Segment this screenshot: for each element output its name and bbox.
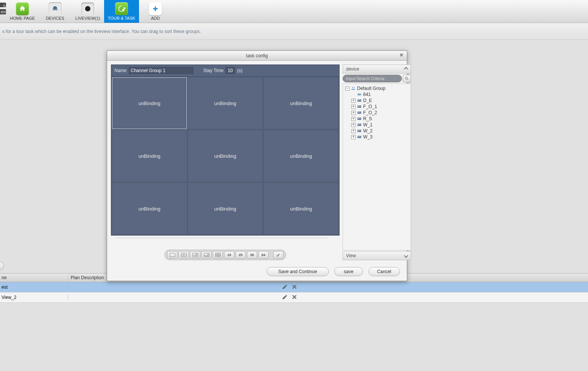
toolbar-liveview[interactable]: LIVEVIEW(1) [71, 0, 104, 23]
panel-collapse-toggle[interactable] [0, 262, 4, 270]
dialog-titlebar[interactable]: task config ✕ [107, 51, 407, 61]
cell-operation [280, 294, 588, 301]
tree-folder[interactable]: +D_E [345, 97, 409, 104]
toolbar-label: HOME PAGE [10, 16, 35, 20]
name-input[interactable] [129, 67, 193, 74]
tree-label: W_2 [363, 128, 373, 134]
tree-label: R_S [363, 116, 372, 121]
save-button[interactable]: save [334, 267, 363, 276]
tree-folder[interactable]: +W_1 [345, 122, 409, 128]
layout-custom-button[interactable] [273, 251, 283, 259]
layout-4-button[interactable] [179, 251, 189, 259]
tree-folder[interactable]: +F_O_1 [345, 104, 409, 110]
toolbar-add[interactable]: ADD [139, 0, 172, 23]
tree-label: D_E [363, 98, 372, 103]
device-header-label: device [346, 66, 359, 72]
col-name[interactable]: ne [0, 275, 68, 280]
layout-16-button[interactable]: 16 [224, 251, 234, 259]
grid-cell[interactable]: unBinding [188, 77, 263, 129]
grid-cell[interactable]: unBinding [263, 77, 339, 129]
layout-8-button[interactable] [201, 251, 212, 259]
device-accordion-header[interactable]: device [343, 64, 411, 74]
device-tree[interactable]: − Default Group 841 +D_E+F_O_1+F_O_2+R_S… [343, 83, 411, 250]
edit-icon[interactable] [282, 284, 288, 290]
devices-icon [49, 2, 62, 15]
tree-label: W_3 [363, 134, 373, 140]
table-row[interactable]: View_2 [0, 292, 588, 303]
nvr-icon [357, 104, 362, 109]
separator [115, 238, 328, 238]
delete-icon[interactable] [291, 284, 297, 290]
expand-icon[interactable]: + [351, 111, 356, 115]
svg-point-21 [352, 87, 353, 88]
table-row[interactable]: est [0, 282, 588, 292]
stay-time-unit: (s) [237, 68, 242, 73]
view-accordion-header[interactable]: View [343, 251, 411, 260]
layout-6-button[interactable] [190, 251, 200, 259]
grid-cell[interactable]: unBinding [263, 182, 339, 235]
group-icon [351, 86, 356, 91]
svg-rect-40 [358, 130, 360, 131]
home-icon [16, 2, 29, 15]
svg-rect-5 [193, 253, 198, 257]
layout-9-button[interactable] [213, 251, 223, 259]
tree-folder[interactable]: +R_S [345, 116, 409, 122]
layout-36-button[interactable]: 36 [247, 251, 257, 259]
save-continue-button[interactable]: Save and Continue [267, 267, 329, 276]
tree-folder[interactable]: +W_3 [345, 134, 409, 140]
collapse-icon[interactable]: − [345, 86, 349, 91]
top-toolbar: o em HOME PAGE DEVICES LIVEVIEW(1) TOUR … [0, 0, 588, 23]
grid-config-panel: Name Stay Time (s) unBinding unBinding u… [111, 64, 340, 260]
svg-point-44 [360, 137, 361, 137]
layout-1-button[interactable] [167, 251, 177, 259]
layout-64-button[interactable]: 64 [258, 251, 269, 259]
toolbar-home[interactable]: HOME PAGE [6, 0, 39, 23]
grid-cell[interactable]: unBinding [263, 130, 339, 182]
tree-camera[interactable]: 841 [345, 91, 409, 97]
svg-point-26 [360, 100, 361, 101]
chevron-up-icon [404, 67, 408, 71]
search-input[interactable] [343, 75, 402, 82]
cell-name: View_2 [0, 295, 68, 300]
svg-rect-43 [358, 137, 360, 137]
cancel-button[interactable]: Cancel [368, 267, 400, 276]
stay-time-input[interactable] [226, 67, 235, 74]
svg-point-19 [405, 77, 408, 79]
tree-folder[interactable]: +F_O_2 [345, 110, 409, 116]
grid-cell[interactable]: unBinding [188, 130, 263, 182]
svg-line-20 [408, 79, 409, 80]
tree-folder[interactable]: +W_2 [345, 128, 409, 134]
delete-icon[interactable] [291, 294, 297, 300]
svg-point-38 [360, 124, 361, 125]
expand-icon[interactable]: + [351, 117, 356, 121]
toolbar-devices[interactable]: DEVICES [39, 0, 71, 23]
svg-rect-14 [215, 253, 221, 257]
cell-operation [280, 284, 588, 291]
toolbar-tour-task[interactable]: TOUR & TASK [104, 0, 139, 23]
nvr-icon [357, 129, 362, 133]
svg-rect-31 [358, 112, 360, 113]
search-icon [405, 76, 409, 81]
grid-cell[interactable]: unBinding [112, 182, 187, 235]
grid-cell[interactable]: unBinding [188, 182, 263, 235]
stay-time-label: Stay Time [203, 68, 223, 73]
expand-icon[interactable]: + [351, 99, 356, 103]
svg-rect-1 [170, 253, 175, 257]
edit-icon[interactable] [282, 294, 288, 300]
expand-icon[interactable]: + [351, 105, 356, 109]
expand-icon[interactable]: + [351, 135, 356, 139]
name-label: Name [114, 68, 126, 73]
svg-rect-23 [358, 94, 360, 96]
tour-task-icon [115, 2, 128, 15]
nvr-icon [357, 116, 362, 121]
tree-root[interactable]: − Default Group [345, 85, 409, 91]
close-icon[interactable]: ✕ [398, 52, 405, 58]
toolbar-label: DEVICES [46, 16, 64, 20]
expand-icon[interactable]: + [351, 123, 356, 127]
layout-25-button[interactable]: 25 [236, 251, 246, 259]
grid-cell[interactable]: unBinding [112, 77, 187, 129]
grid-cell[interactable]: unBinding [112, 130, 187, 182]
search-button[interactable] [403, 75, 411, 82]
chevron-down-icon [404, 253, 408, 258]
expand-icon[interactable]: + [351, 129, 356, 133]
